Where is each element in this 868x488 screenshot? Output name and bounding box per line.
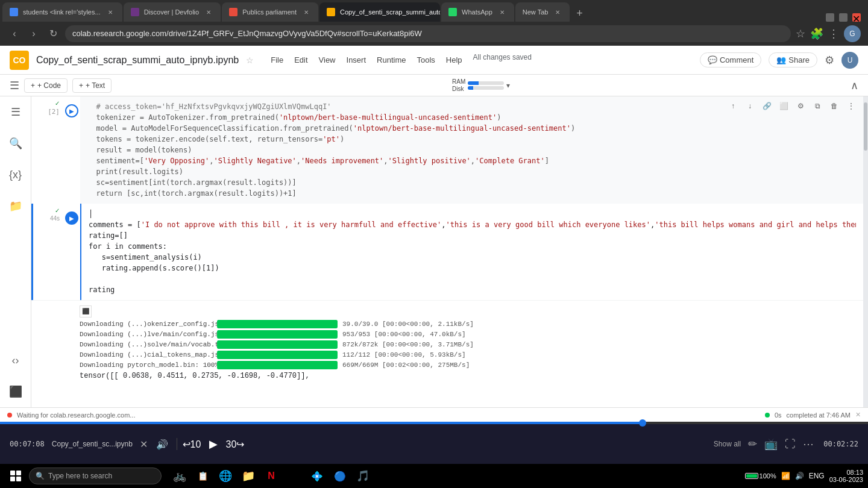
close-video-icon[interactable]: ✕ <box>140 439 148 450</box>
skip-forward-button[interactable]: 30↪ <box>228 437 242 451</box>
tab-devfolio[interactable]: Discover | Devfolio ✕ <box>124 2 221 22</box>
video-progress-thumb[interactable] <box>639 419 646 427</box>
menu-edit[interactable]: Edit <box>289 53 312 67</box>
profile-avatar[interactable]: G <box>844 25 861 42</box>
user-avatar[interactable]: U <box>841 52 858 69</box>
tab-close[interactable]: ✕ <box>497 7 507 17</box>
taskbar-right: 100% 📶 🔊 ENG 08:13 03-06-2023 <box>745 469 863 483</box>
video-filename: Copy_of_senti_sc...ipynb <box>52 440 133 448</box>
show-all-button[interactable]: Show all <box>714 440 741 448</box>
menu-file[interactable]: File <box>266 53 288 67</box>
taskbar-chrome-icon[interactable]: 🔵 <box>329 465 351 487</box>
comment-button[interactable]: 💬 Comment <box>700 52 761 67</box>
address-input[interactable] <box>65 25 791 42</box>
settings-cell-icon[interactable]: ⚙ <box>793 99 808 113</box>
menu-runtime[interactable]: Runtime <box>372 53 410 67</box>
taskbar-time-display: 08:13 <box>829 469 863 476</box>
expand-icon[interactable]: ▾ <box>506 81 510 90</box>
taskbar-edge-icon[interactable]: 🌐 <box>215 465 236 487</box>
tab-close[interactable]: ✕ <box>204 7 213 17</box>
video-controls: 00:07:08 Copy_of_senti_sc...ipynb ✕ 🔊 ↩1… <box>0 424 868 464</box>
more-cell-icon[interactable]: ⋮ <box>844 99 858 113</box>
minimize-button[interactable] <box>826 13 834 22</box>
taskbar-bike-icon[interactable]: 🚲 <box>169 465 190 487</box>
settings-icon[interactable]: ⋮ <box>828 27 839 40</box>
sidebar-terminal-icon[interactable]: ⬛ <box>5 381 27 402</box>
collapse-icon[interactable]: ∧ <box>851 79 858 92</box>
copy-cell-icon[interactable]: ⧉ <box>810 99 825 113</box>
share-button[interactable]: 👥 Share <box>769 52 817 67</box>
pencil-icon[interactable]: ✏ <box>748 437 757 451</box>
forward-button[interactable]: › <box>27 27 41 41</box>
run-cell-2-button[interactable]: ▶ <box>63 102 80 119</box>
sidebar-files-icon[interactable]: 📁 <box>5 195 27 217</box>
ram-disk-indicator[interactable]: RAM Disk ▾ <box>452 78 510 92</box>
taskbar-search[interactable]: 🔍 Type here to search <box>29 468 162 484</box>
tab-colab[interactable]: Copy_of_senti_scrap_summi_auto_ipnyb.ipy… <box>319 2 440 22</box>
settings-gear-icon[interactable]: ⚙ <box>825 54 834 67</box>
code-cell-2: ✓ [2] ▶ # access_token='hf_HzNfxtsvPgvkq… <box>31 96 863 204</box>
menu-insert[interactable]: Insert <box>342 53 371 67</box>
tab-students[interactable]: students <link rel='styles... ✕ <box>2 2 122 22</box>
close-button[interactable]: ✕ <box>852 13 861 22</box>
add-code-button[interactable]: + + Code <box>24 78 68 93</box>
taskbar-paint-icon[interactable]: 🖌 <box>283 465 305 487</box>
sidebar-search-icon[interactable]: 🔍 <box>5 133 27 154</box>
refresh-button[interactable]: ↻ <box>46 27 60 41</box>
delete-cell-icon[interactable]: 🗑 <box>827 99 841 113</box>
maximize-button[interactable] <box>839 13 848 22</box>
menu-view[interactable]: View <box>314 53 341 67</box>
notebook-content[interactable]: ✓ [2] ▶ # access_token='hf_HzNfxtsvPgvkq… <box>31 96 863 407</box>
menu-tools[interactable]: Tools <box>412 53 439 67</box>
tab-close[interactable]: ✕ <box>105 7 115 17</box>
progress-bar-3 <box>217 340 338 349</box>
progress-fill-1 <box>217 320 338 328</box>
sidebar-code-icon[interactable]: {x} <box>5 164 27 186</box>
colab-header-actions: 💬 Comment 👥 Share ⚙ U <box>700 52 858 69</box>
comment-cell-icon[interactable]: ⬜ <box>776 99 791 113</box>
extensions-icon[interactable]: 🧩 <box>810 27 823 40</box>
sidebar-nav-icon[interactable]: ‹› <box>5 349 27 371</box>
expand-icon[interactable]: ⛶ <box>785 438 796 451</box>
cell-code-running[interactable]: │ comments = ['I do not approve with thi… <box>80 204 863 300</box>
close-status-icon[interactable]: ✕ <box>855 411 861 419</box>
star-icon[interactable]: ☆ <box>246 55 254 65</box>
tab-close[interactable]: ✕ <box>553 7 562 17</box>
taskbar-netflix-icon[interactable]: N <box>260 465 282 487</box>
taskbar-task-icon[interactable]: 📋 <box>192 465 213 487</box>
tab-close[interactable]: ✕ <box>301 7 311 17</box>
move-down-icon[interactable]: ↓ <box>743 99 757 113</box>
more-icon[interactable]: ⋯ <box>803 437 814 451</box>
sidebar-toggle-icon[interactable]: ☰ <box>10 79 19 92</box>
taskbar-folder-icon[interactable]: 📁 <box>237 465 259 487</box>
taskbar-vscode-icon[interactable]: 💠 <box>306 465 328 487</box>
tab-parliament[interactable]: Publics parliament ✕ <box>222 2 318 22</box>
move-up-icon[interactable]: ↑ <box>726 99 740 113</box>
play-button[interactable]: ▶ <box>206 437 221 451</box>
run-cell-running-button[interactable]: ▶ <box>63 210 80 227</box>
battery-pct: 100% <box>760 472 776 480</box>
screen-icon[interactable]: 📺 <box>764 437 778 451</box>
add-text-button[interactable]: + + Text <box>72 78 112 93</box>
bookmark-icon[interactable]: ☆ <box>796 27 805 40</box>
skip-back-button[interactable]: ↩10 <box>184 437 199 451</box>
running-play-icon: ▶ <box>65 211 78 225</box>
volume-button[interactable]: 🔊 <box>155 437 169 451</box>
search-icon: 🔍 <box>36 472 45 480</box>
right-scrollbar[interactable] <box>863 96 868 407</box>
tab-whatsapp[interactable]: WhatsApp ✕ <box>441 2 514 22</box>
taskbar-music-icon[interactable]: 🎵 <box>352 465 374 487</box>
link-icon[interactable]: 🔗 <box>760 99 774 113</box>
progress-label-3: Downloading (...)solve/main/vocab.txt: 1… <box>80 341 212 348</box>
new-tab-button[interactable]: + <box>571 5 588 22</box>
scrollbar-thumb[interactable] <box>864 102 867 151</box>
back-button[interactable]: ‹ <box>7 27 22 41</box>
tab-favicon <box>131 8 139 16</box>
tab-newtab[interactable]: New Tab ✕ <box>515 2 570 22</box>
sidebar-toc-icon[interactable]: ☰ <box>5 101 27 123</box>
disk-label: Disk <box>452 86 465 92</box>
output-collapse-icon[interactable]: ⬛ <box>80 305 92 318</box>
windows-start-button[interactable] <box>5 465 27 487</box>
video-progress-bar[interactable] <box>0 422 868 424</box>
menu-help[interactable]: Help <box>441 53 467 67</box>
